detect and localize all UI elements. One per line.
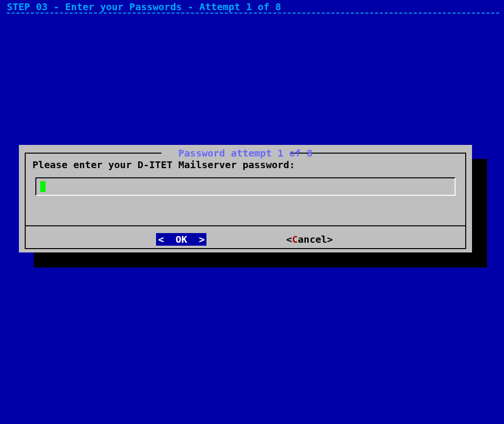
password-prompt: Please enter your D-ITET Mailserver pass… <box>32 159 295 171</box>
cancel-button[interactable]: <Cancel> <box>284 233 334 246</box>
cancel-bracket-close: > <box>327 234 333 245</box>
cancel-rest: ancel <box>298 234 327 245</box>
ok-bracket-open: < <box>158 234 175 245</box>
ok-button[interactable]: < OK > <box>156 233 206 246</box>
cancel-hotkey: C <box>292 234 298 245</box>
header-divider <box>7 13 499 14</box>
password-input[interactable] <box>35 177 456 196</box>
dialog-button-row: < OK > <Cancel> <box>19 233 472 246</box>
text-cursor <box>40 181 46 192</box>
dialog-title: Password attempt 1 of 8 <box>19 147 472 159</box>
ok-label: OK <box>175 234 187 245</box>
cancel-bracket-open: < <box>286 234 292 245</box>
terminal-screen: STEP 03 - Enter your Passwords - Attempt… <box>0 0 504 424</box>
ok-bracket-close: > <box>187 234 205 245</box>
password-dialog: Password attempt 1 of 8 Please enter you… <box>19 145 472 252</box>
step-header: STEP 03 - Enter your Passwords - Attempt… <box>7 1 497 13</box>
